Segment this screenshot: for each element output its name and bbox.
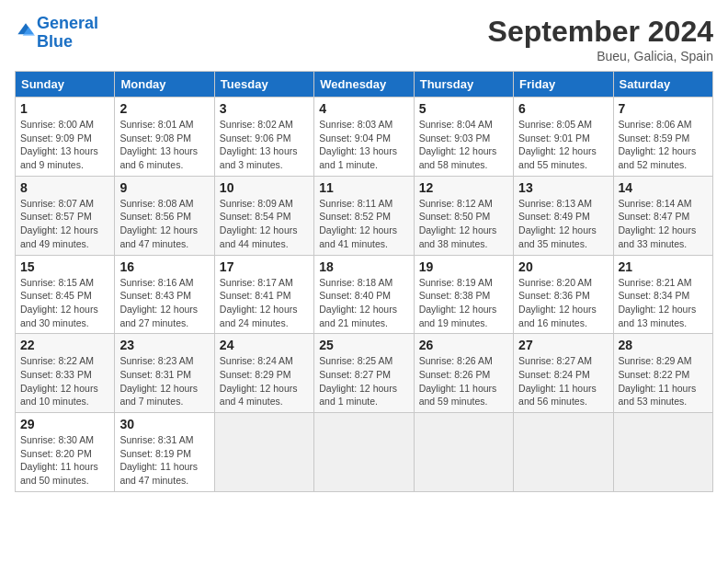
calendar-day-cell: 12Sunrise: 8:12 AM Sunset: 8:50 PM Dayli… xyxy=(414,176,513,255)
day-info: Sunrise: 8:09 AM Sunset: 8:54 PM Dayligh… xyxy=(220,197,309,251)
calendar-day-cell: 16Sunrise: 8:16 AM Sunset: 8:43 PM Dayli… xyxy=(115,255,214,334)
weekday-header-row: SundayMondayTuesdayWednesdayThursdayFrid… xyxy=(16,72,713,98)
day-number: 30 xyxy=(119,417,209,431)
day-number: 10 xyxy=(220,180,309,195)
day-number: 18 xyxy=(319,259,408,274)
day-number: 28 xyxy=(619,338,708,352)
calendar-week-row: 8Sunrise: 8:07 AM Sunset: 8:57 PM Daylig… xyxy=(16,176,713,255)
calendar-day-cell xyxy=(613,413,712,492)
day-info: Sunrise: 8:00 AM Sunset: 9:09 PM Dayligh… xyxy=(20,118,109,172)
day-number: 13 xyxy=(518,180,608,195)
day-info: Sunrise: 8:25 AM Sunset: 8:27 PM Dayligh… xyxy=(319,354,408,408)
calendar-day-cell: 17Sunrise: 8:17 AM Sunset: 8:41 PM Dayli… xyxy=(214,255,313,334)
calendar-day-cell: 1Sunrise: 8:00 AM Sunset: 9:09 PM Daylig… xyxy=(16,98,115,177)
day-number: 4 xyxy=(319,101,408,116)
day-info: Sunrise: 8:31 AM Sunset: 8:19 PM Dayligh… xyxy=(119,433,209,488)
calendar-week-row: 22Sunrise: 8:22 AM Sunset: 8:33 PM Dayli… xyxy=(16,334,713,413)
calendar-day-cell: 29Sunrise: 8:30 AM Sunset: 8:20 PM Dayli… xyxy=(16,413,115,492)
day-number: 5 xyxy=(419,101,508,116)
day-number: 19 xyxy=(419,259,508,274)
calendar-day-cell: 21Sunrise: 8:21 AM Sunset: 8:34 PM Dayli… xyxy=(613,255,712,334)
calendar-week-row: 29Sunrise: 8:30 AM Sunset: 8:20 PM Dayli… xyxy=(16,413,713,492)
day-number: 21 xyxy=(619,259,708,274)
calendar-day-cell: 4Sunrise: 8:03 AM Sunset: 9:04 PM Daylig… xyxy=(314,98,414,177)
day-number: 15 xyxy=(20,259,109,274)
calendar-day-cell: 2Sunrise: 8:01 AM Sunset: 9:08 PM Daylig… xyxy=(115,98,214,177)
day-number: 22 xyxy=(20,338,109,352)
day-number: 3 xyxy=(220,101,309,116)
calendar-day-cell: 3Sunrise: 8:02 AM Sunset: 9:06 PM Daylig… xyxy=(214,98,313,177)
day-info: Sunrise: 8:17 AM Sunset: 8:41 PM Dayligh… xyxy=(220,276,309,330)
day-number: 2 xyxy=(119,101,209,116)
day-number: 16 xyxy=(119,259,209,274)
calendar-day-cell: 13Sunrise: 8:13 AM Sunset: 8:49 PM Dayli… xyxy=(514,176,613,255)
day-info: Sunrise: 8:15 AM Sunset: 8:45 PM Dayligh… xyxy=(20,276,109,330)
calendar-day-cell: 15Sunrise: 8:15 AM Sunset: 8:45 PM Dayli… xyxy=(16,255,115,334)
calendar-day-cell: 7Sunrise: 8:06 AM Sunset: 8:59 PM Daylig… xyxy=(613,98,712,177)
day-info: Sunrise: 8:05 AM Sunset: 9:01 PM Dayligh… xyxy=(518,118,608,172)
day-info: Sunrise: 8:06 AM Sunset: 8:59 PM Dayligh… xyxy=(619,118,708,172)
day-number: 27 xyxy=(518,338,608,352)
weekday-header-cell: Thursday xyxy=(414,72,513,98)
calendar-week-row: 1Sunrise: 8:00 AM Sunset: 9:09 PM Daylig… xyxy=(16,98,713,177)
day-number: 11 xyxy=(319,180,408,195)
calendar-day-cell: 9Sunrise: 8:08 AM Sunset: 8:56 PM Daylig… xyxy=(115,176,214,255)
calendar-day-cell: 30Sunrise: 8:31 AM Sunset: 8:19 PM Dayli… xyxy=(115,413,214,492)
day-info: Sunrise: 8:16 AM Sunset: 8:43 PM Dayligh… xyxy=(119,276,209,330)
weekday-header-cell: Monday xyxy=(115,72,214,98)
day-info: Sunrise: 8:22 AM Sunset: 8:33 PM Dayligh… xyxy=(20,354,109,408)
calendar-day-cell xyxy=(214,413,313,492)
calendar-day-cell: 23Sunrise: 8:23 AM Sunset: 8:31 PM Dayli… xyxy=(115,334,214,413)
day-number: 9 xyxy=(119,180,209,195)
calendar-day-cell: 5Sunrise: 8:04 AM Sunset: 9:03 PM Daylig… xyxy=(414,98,513,177)
calendar-day-cell: 24Sunrise: 8:24 AM Sunset: 8:29 PM Dayli… xyxy=(214,334,313,413)
logo: General Blue xyxy=(15,15,98,52)
calendar-day-cell: 19Sunrise: 8:19 AM Sunset: 8:38 PM Dayli… xyxy=(414,255,513,334)
calendar-day-cell: 18Sunrise: 8:18 AM Sunset: 8:40 PM Dayli… xyxy=(314,255,414,334)
day-info: Sunrise: 8:01 AM Sunset: 9:08 PM Dayligh… xyxy=(119,118,209,172)
day-info: Sunrise: 8:21 AM Sunset: 8:34 PM Dayligh… xyxy=(619,276,708,330)
day-info: Sunrise: 8:07 AM Sunset: 8:57 PM Dayligh… xyxy=(20,197,109,251)
calendar-day-cell: 6Sunrise: 8:05 AM Sunset: 9:01 PM Daylig… xyxy=(514,98,613,177)
day-number: 14 xyxy=(619,180,708,195)
day-number: 12 xyxy=(419,180,508,195)
calendar-day-cell: 25Sunrise: 8:25 AM Sunset: 8:27 PM Dayli… xyxy=(314,334,414,413)
calendar-day-cell: 22Sunrise: 8:22 AM Sunset: 8:33 PM Dayli… xyxy=(16,334,115,413)
day-info: Sunrise: 8:14 AM Sunset: 8:47 PM Dayligh… xyxy=(619,197,708,251)
calendar-day-cell: 11Sunrise: 8:11 AM Sunset: 8:52 PM Dayli… xyxy=(314,176,414,255)
day-number: 1 xyxy=(20,101,109,116)
day-info: Sunrise: 8:30 AM Sunset: 8:20 PM Dayligh… xyxy=(20,433,109,488)
day-info: Sunrise: 8:27 AM Sunset: 8:24 PM Dayligh… xyxy=(518,354,608,408)
day-info: Sunrise: 8:02 AM Sunset: 9:06 PM Dayligh… xyxy=(220,118,309,172)
calendar-day-cell xyxy=(414,413,513,492)
day-number: 23 xyxy=(119,338,209,352)
logo-icon xyxy=(17,22,35,40)
calendar-title: September 2024 xyxy=(488,15,713,49)
day-info: Sunrise: 8:13 AM Sunset: 8:49 PM Dayligh… xyxy=(518,197,608,251)
day-number: 20 xyxy=(518,259,608,274)
day-number: 7 xyxy=(619,101,708,116)
day-info: Sunrise: 8:24 AM Sunset: 8:29 PM Dayligh… xyxy=(220,354,309,408)
day-number: 24 xyxy=(220,338,309,352)
day-info: Sunrise: 8:11 AM Sunset: 8:52 PM Dayligh… xyxy=(319,197,408,251)
weekday-header-cell: Tuesday xyxy=(214,72,313,98)
weekday-header-cell: Saturday xyxy=(613,72,712,98)
day-number: 6 xyxy=(518,101,608,116)
day-number: 26 xyxy=(419,338,508,352)
weekday-header-cell: Wednesday xyxy=(314,72,414,98)
day-info: Sunrise: 8:19 AM Sunset: 8:38 PM Dayligh… xyxy=(419,276,508,330)
page-header: General Blue September 2024 Bueu, Galici… xyxy=(15,15,713,63)
calendar-day-cell: 27Sunrise: 8:27 AM Sunset: 8:24 PM Dayli… xyxy=(514,334,613,413)
calendar-body: 1Sunrise: 8:00 AM Sunset: 9:09 PM Daylig… xyxy=(16,98,713,492)
logo-text: General Blue xyxy=(37,15,98,52)
title-block: September 2024 Bueu, Galicia, Spain xyxy=(488,15,713,63)
calendar-week-row: 15Sunrise: 8:15 AM Sunset: 8:45 PM Dayli… xyxy=(16,255,713,334)
weekday-header-cell: Friday xyxy=(514,72,613,98)
calendar-day-cell: 8Sunrise: 8:07 AM Sunset: 8:57 PM Daylig… xyxy=(16,176,115,255)
day-info: Sunrise: 8:08 AM Sunset: 8:56 PM Dayligh… xyxy=(119,197,209,251)
calendar-day-cell xyxy=(514,413,613,492)
day-info: Sunrise: 8:23 AM Sunset: 8:31 PM Dayligh… xyxy=(119,354,209,408)
day-number: 8 xyxy=(20,180,109,195)
calendar-day-cell: 20Sunrise: 8:20 AM Sunset: 8:36 PM Dayli… xyxy=(514,255,613,334)
calendar-day-cell: 26Sunrise: 8:26 AM Sunset: 8:26 PM Dayli… xyxy=(414,334,513,413)
